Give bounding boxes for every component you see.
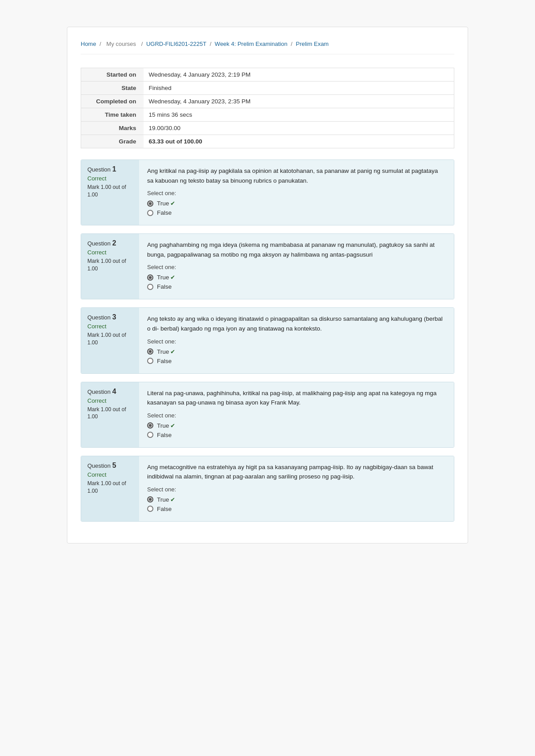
option-label-3-2: False xyxy=(157,358,172,364)
question-block-3: Question 3 Correct Mark 1.00 out of 1.00… xyxy=(81,307,454,373)
checkmark-icon-2-1: ✔ xyxy=(170,274,175,281)
marks-label: Marks xyxy=(81,122,144,135)
question-number-2: Question 2 xyxy=(87,239,133,247)
question-text-4: Literal na pag-unawa, paghihinuha, kriti… xyxy=(147,388,446,408)
breadcrumb-mycourses: My courses xyxy=(107,41,136,47)
question-mark-2: Mark 1.00 out of 1.00 xyxy=(87,257,133,273)
question-status-3: Correct xyxy=(87,323,133,330)
question-number-1: Question 1 xyxy=(87,165,133,173)
question-content-2: Ang paghahambing ng mga ideya (iskema ng… xyxy=(139,234,454,299)
option-3-1[interactable]: True ✔ xyxy=(147,348,446,355)
option-5-1[interactable]: True ✔ xyxy=(147,496,446,503)
radio-circle-1-1 xyxy=(147,200,153,207)
question-block-2: Question 2 Correct Mark 1.00 out of 1.00… xyxy=(81,233,454,299)
question-sidebar-5: Question 5 Correct Mark 1.00 out of 1.00 xyxy=(81,456,139,521)
breadcrumb-sep-3: / xyxy=(210,41,213,47)
option-4-1[interactable]: True ✔ xyxy=(147,422,446,429)
time-taken-label: Time taken xyxy=(81,108,144,122)
option-label-5-1: True xyxy=(157,496,169,503)
radio-circle-5-1 xyxy=(147,496,153,503)
page-wrapper: Home / My courses / UGRD-FILI6201-2225T … xyxy=(67,27,468,544)
question-block-5: Question 5 Correct Mark 1.00 out of 1.00… xyxy=(81,456,454,522)
option-5-2[interactable]: False xyxy=(147,506,446,512)
question-mark-5: Mark 1.00 out of 1.00 xyxy=(87,480,133,495)
option-1-2[interactable]: False xyxy=(147,209,446,216)
question-sidebar-2: Question 2 Correct Mark 1.00 out of 1.00 xyxy=(81,234,139,299)
question-text-5: Ang metacognitive na estratehiya ay higi… xyxy=(147,462,446,482)
question-sidebar-1: Question 1 Correct Mark 1.00 out of 1.00 xyxy=(81,160,139,225)
breadcrumb-week[interactable]: Week 4: Prelim Examination xyxy=(215,41,288,47)
started-on-value: Wednesday, 4 January 2023, 2:19 PM xyxy=(144,68,454,82)
question-content-1: Ang kritikal na pag-iisip ay pagkilala s… xyxy=(139,160,454,225)
breadcrumb-home[interactable]: Home xyxy=(81,41,96,47)
option-2-2[interactable]: False xyxy=(147,283,446,290)
select-one-label-5: Select one: xyxy=(147,486,446,493)
question-text-1: Ang kritikal na pag-iisip ay pagkilala s… xyxy=(147,166,446,185)
option-label-3-1: True xyxy=(157,348,169,355)
question-block-4: Question 4 Correct Mark 1.00 out of 1.00… xyxy=(81,382,454,448)
select-one-label-2: Select one: xyxy=(147,264,446,270)
summary-row-state: State Finished xyxy=(81,82,454,95)
option-label-4-2: False xyxy=(157,432,172,438)
marks-value: 19.00/30.00 xyxy=(144,122,454,135)
option-label-2-1: True xyxy=(157,274,169,281)
question-status-1: Correct xyxy=(87,175,133,182)
breadcrumb-exam[interactable]: Prelim Exam xyxy=(296,41,329,47)
completed-on-value: Wednesday, 4 January 2023, 2:35 PM xyxy=(144,95,454,108)
summary-row-marks: Marks 19.00/30.00 xyxy=(81,122,454,135)
radio-circle-3-2 xyxy=(147,358,153,364)
radio-circle-4-2 xyxy=(147,432,153,438)
question-content-4: Literal na pag-unawa, paghihinuha, kriti… xyxy=(139,382,454,447)
breadcrumb-sep-1: / xyxy=(99,41,103,47)
question-mark-4: Mark 1.00 out of 1.00 xyxy=(87,406,133,421)
option-label-1-1: True xyxy=(157,200,169,207)
summary-table: Started on Wednesday, 4 January 2023, 2:… xyxy=(81,68,454,148)
option-4-2[interactable]: False xyxy=(147,432,446,438)
option-3-2[interactable]: False xyxy=(147,358,446,364)
question-content-5: Ang metacognitive na estratehiya ay higi… xyxy=(139,456,454,521)
radio-circle-2-1 xyxy=(147,274,153,281)
option-1-1[interactable]: True ✔ xyxy=(147,200,446,207)
question-status-4: Correct xyxy=(87,397,133,404)
question-status-5: Correct xyxy=(87,471,133,478)
state-label: State xyxy=(81,82,144,95)
breadcrumb-sep-4: / xyxy=(291,41,294,47)
radio-circle-1-2 xyxy=(147,210,153,216)
questions-container: Question 1 Correct Mark 1.00 out of 1.00… xyxy=(81,159,454,522)
state-value: Finished xyxy=(144,82,454,95)
summary-row-completed: Completed on Wednesday, 4 January 2023, … xyxy=(81,95,454,108)
question-sidebar-4: Question 4 Correct Mark 1.00 out of 1.00 xyxy=(81,382,139,447)
completed-on-label: Completed on xyxy=(81,95,144,108)
option-label-1-2: False xyxy=(157,209,172,216)
question-content-3: Ang teksto ay ang wika o ideyang itinata… xyxy=(139,308,454,373)
question-text-2: Ang paghahambing ng mga ideya (iskema ng… xyxy=(147,240,446,259)
option-2-1[interactable]: True ✔ xyxy=(147,274,446,281)
option-label-4-1: True xyxy=(157,422,169,429)
radio-circle-4-1 xyxy=(147,422,153,429)
question-number-3: Question 3 xyxy=(87,313,133,321)
summary-row-started: Started on Wednesday, 4 January 2023, 2:… xyxy=(81,68,454,82)
time-taken-value: 15 mins 36 secs xyxy=(144,108,454,122)
checkmark-icon-3-1: ✔ xyxy=(170,348,175,355)
question-mark-1: Mark 1.00 out of 1.00 xyxy=(87,184,133,199)
option-label-5-2: False xyxy=(157,506,172,512)
radio-circle-5-2 xyxy=(147,506,153,512)
select-one-label-3: Select one: xyxy=(147,338,446,345)
grade-label: Grade xyxy=(81,135,144,148)
question-mark-3: Mark 1.00 out of 1.00 xyxy=(87,331,133,347)
radio-circle-3-1 xyxy=(147,348,153,355)
checkmark-icon-4-1: ✔ xyxy=(170,422,175,429)
radio-circle-2-2 xyxy=(147,284,153,290)
question-block-1: Question 1 Correct Mark 1.00 out of 1.00… xyxy=(81,159,454,225)
question-sidebar-3: Question 3 Correct Mark 1.00 out of 1.00 xyxy=(81,308,139,373)
select-one-label-4: Select one: xyxy=(147,412,446,419)
select-one-label-1: Select one: xyxy=(147,190,446,196)
breadcrumb-course[interactable]: UGRD-FILI6201-2225T xyxy=(146,41,206,47)
started-on-label: Started on xyxy=(81,68,144,82)
breadcrumb: Home / My courses / UGRD-FILI6201-2225T … xyxy=(81,41,454,54)
question-status-2: Correct xyxy=(87,249,133,256)
summary-row-grade: Grade 63.33 out of 100.00 xyxy=(81,135,454,148)
question-text-3: Ang teksto ay ang wika o ideyang itinata… xyxy=(147,314,446,333)
summary-row-time: Time taken 15 mins 36 secs xyxy=(81,108,454,122)
question-number-4: Question 4 xyxy=(87,388,133,396)
